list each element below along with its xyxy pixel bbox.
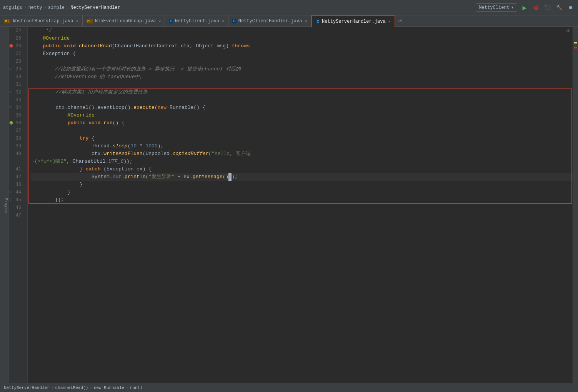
tab-netty-client-handler[interactable]: C NettyClientHandler.java ✕ [228,15,311,27]
tab-icon-netty-server-handler: C [316,19,320,24]
code-line: */ [31,27,573,35]
line-number: 27 [8,50,24,58]
debug-button[interactable]: 🐞 [532,3,540,12]
tab-close-abstract-bootstrap[interactable]: ✕ [76,19,78,23]
code-line [31,81,573,88]
status-class: NettyServerHandler [4,385,50,390]
code-editor[interactable]: 242526🔴▽272829▽303132▽3334▽3536🟢▽3738394… [8,27,578,383]
line-number: 36🟢▽ [8,119,24,127]
scrollbar-marker-2 [574,47,577,48]
run-config-label: NettyClient [479,5,510,10]
line-numbers: 242526🔴▽272829▽303132▽3334▽3536🟢▽3738394… [8,27,28,383]
tab-label-netty-client: NettyClient.java [175,18,219,24]
line-number [8,158,24,165]
breadcrumb: atguigu › netty › simple › NettyServerHa… [3,5,120,10]
tab-abstract-bootstrap[interactable]: c↓ AbstractBootstrap.java ✕ [0,15,83,27]
tabs-bar: c↓ AbstractBootstrap.java ✕ c↓ NioEventL… [0,15,578,27]
line-number: 30 [8,73,24,81]
run-button[interactable]: ▶ [520,3,529,12]
line-number: 28 [8,58,24,65]
tab-close-netty-client-handler[interactable]: ✕ [305,19,307,23]
status-method: channelRead() [55,385,88,390]
code-line: public void run() { [31,119,573,127]
code-line: Exception { [31,50,573,58]
toolbar: atguigu › netty › simple › NettyServerHa… [0,0,578,15]
line-number: 40 [8,150,24,158]
code-line: Thread.sleep(10 * 1000); [31,142,573,150]
code-line [31,212,573,219]
build-button[interactable]: 🔨 [555,3,563,12]
code-line [31,127,573,135]
project-panel-tab[interactable]: Project [0,27,8,383]
status-run: run() [130,385,143,390]
tab-icon-abstract-bootstrap: c↓ [4,19,10,23]
tab-label-nio-event-loop: NioEventLoopGroup.java [95,18,156,24]
line-number: 25 [8,35,24,42]
tab-netty-server-handler[interactable]: C NettyServerHandler.java ✕ [311,15,395,27]
breadcrumb-item-class[interactable]: NettyServerHandler [70,5,120,10]
line-number: 43 [8,181,24,188]
code-line: //NIOEventLoop 的 taskQueue中, [31,73,573,81]
scrollbar-marker-1 [574,42,577,43]
scrollbar[interactable] [573,27,578,383]
line-number: 32▽ [8,88,24,96]
code-area: 242526🔴▽272829▽303132▽3334▽3536🟢▽3738394… [8,27,578,383]
tab-overflow-indicator: ≡5 [398,19,403,23]
tab-nio-event-loop[interactable]: c↓ NioEventLoopGroup.java ✕ [83,15,165,27]
chevron-down-icon: ▾ [511,5,514,10]
tab-close-netty-client[interactable]: ✕ [222,19,224,23]
code-line: public void channelRead(ChannelHandlerCo… [31,42,573,50]
line-number: 44▽ [8,188,24,196]
tab-icon-netty-client-handler: C [232,19,237,23]
code-line: @Override [31,112,573,119]
code-line: } [31,188,573,196]
code-line: @Override [31,35,573,42]
line-number: 31 [8,81,24,88]
line-number: 37 [8,127,24,135]
run-config-selector[interactable]: NettyClient ▾ [476,3,517,12]
tab-icon-netty-client: C [169,19,173,23]
code-line: ctx.channel().eventLoop().execute(new Ru… [31,104,573,112]
status-bar: NettyServerHandler › channelRead() › new… [0,383,578,392]
code-content[interactable]: */ @Override public void channelRead(Cha… [28,27,573,383]
line-number: 29▽ [8,65,24,73]
stop-button[interactable]: ⬛ [543,3,552,12]
line-number: 34▽ [8,104,24,112]
code-line: ctx.writeAndFlush(Unpooled.copiedBuffer(… [31,150,573,158]
status-runnable: new Runnable [94,385,124,390]
tab-label-netty-server-handler: NettyServerHandler.java [322,19,386,24]
line-number: 41 [8,165,24,173]
line-number: 38 [8,135,24,142]
code-line: }); [31,196,573,204]
code-line [31,204,573,212]
code-line: } [31,181,573,188]
tab-icon-nio-event-loop: c↓ [87,19,93,23]
tab-label-abstract-bootstrap: AbstractBootstrap.java [12,18,73,24]
project-label: Project [4,198,8,214]
line-number: 35 [8,112,24,119]
line-number: 45▽ [8,196,24,204]
breadcrumb-item-netty[interactable]: netty [28,5,42,10]
tab-close-netty-server-handler[interactable]: ✕ [388,19,391,24]
status-breadcrumb: NettyServerHandler › channelRead() › new… [4,385,143,390]
line-number: 26🔴▽ [8,42,24,50]
line-number: 46 [8,204,24,212]
tab-label-netty-client-handler: NettyClientHandler.java [238,18,302,24]
code-line [31,96,573,104]
code-line [31,58,573,65]
tab-close-nio-event-loop[interactable]: ✕ [158,19,161,23]
breadcrumb-item-simple[interactable]: simple [48,5,65,10]
line-number: 24 [8,27,24,35]
breadcrumb-item-atguigu[interactable]: atguigu [3,5,22,10]
line-number: 47 [8,212,24,219]
tab-netty-client[interactable]: C NettyClient.java ✕ [165,15,228,27]
layout-button[interactable]: ⊞ [566,3,575,12]
code-line: //解决方案1 用户程序自定义的普通任务 [31,88,573,96]
code-line: try { [31,135,573,142]
line-number: 39 [8,142,24,150]
line-number: 42 [8,173,24,181]
code-line: //比如这里我们有一个非常耗时长的业务-> 异步执行 -> 提交该channel… [31,65,573,73]
eye-icon[interactable]: 👁 [566,28,571,35]
code-line: ~(>^ω^<)喵2", CharsetUtil.UTF_8)); [31,158,573,165]
main-area: Project 242526🔴▽272829▽303132▽3334▽3536🟢… [0,27,578,383]
